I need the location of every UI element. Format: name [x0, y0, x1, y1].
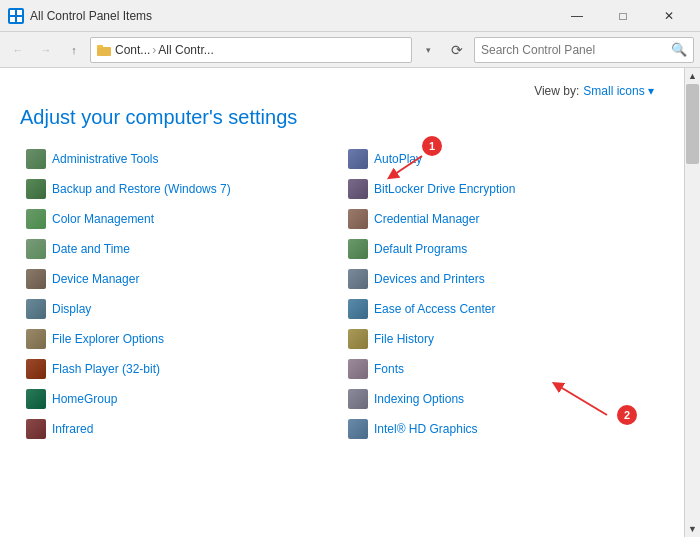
svg-rect-0	[10, 10, 15, 15]
label-administrative-tools: Administrative Tools	[52, 152, 159, 166]
window-title: All Control Panel Items	[30, 9, 554, 23]
icon-device-manager	[26, 269, 46, 289]
icon-credential-manager	[348, 209, 368, 229]
app-icon	[8, 8, 24, 24]
svg-rect-3	[17, 17, 22, 22]
dropdown-arrow-button[interactable]: ▾	[416, 38, 440, 62]
cp-item-color-management[interactable]: Color Management	[20, 205, 342, 233]
up-button[interactable]: ↑	[62, 38, 86, 62]
icon-default-programs	[348, 239, 368, 259]
search-input[interactable]	[481, 43, 671, 57]
label-credential-manager: Credential Manager	[374, 212, 479, 226]
cp-item-homegroup[interactable]: HomeGroup	[20, 385, 342, 413]
folder-icon	[97, 43, 111, 57]
maximize-button[interactable]: □	[600, 0, 646, 32]
path-part-2: All Contr...	[158, 43, 213, 57]
cp-item-date-time[interactable]: Date and Time	[20, 235, 342, 263]
refresh-button[interactable]: ⟳	[444, 37, 470, 63]
label-default-programs: Default Programs	[374, 242, 467, 256]
label-device-manager: Device Manager	[52, 272, 139, 286]
scrollbar[interactable]: ▲ ▼	[684, 68, 700, 537]
cp-item-file-history[interactable]: File History	[342, 325, 664, 353]
label-bitlocker: BitLocker Drive Encryption	[374, 182, 515, 196]
label-homegroup: HomeGroup	[52, 392, 117, 406]
icon-flash-player	[26, 359, 46, 379]
icon-administrative-tools	[26, 149, 46, 169]
icon-infrared	[26, 419, 46, 439]
path-separator-1: ›	[152, 43, 156, 57]
label-file-explorer-options: File Explorer Options	[52, 332, 164, 346]
cp-item-device-manager[interactable]: Device Manager	[20, 265, 342, 293]
label-autoplay: AutoPlay	[374, 152, 422, 166]
view-by-link[interactable]: Small icons ▾	[583, 84, 654, 98]
page-heading: Adjust your computer's settings	[20, 106, 664, 129]
cp-item-autoplay[interactable]: AutoPlay	[342, 145, 664, 173]
cp-item-display[interactable]: Display	[20, 295, 342, 323]
label-intel-hd-graphics: Intel® HD Graphics	[374, 422, 478, 436]
cp-item-infrared[interactable]: Infrared	[20, 415, 342, 443]
label-fonts: Fonts	[374, 362, 404, 376]
scroll-down-arrow[interactable]: ▼	[685, 521, 701, 537]
cp-item-credential-manager[interactable]: Credential Manager	[342, 205, 664, 233]
cp-item-ease-of-access[interactable]: Ease of Access Center	[342, 295, 664, 323]
view-by-dropdown-icon: ▾	[648, 84, 654, 98]
search-box[interactable]: 🔍	[474, 37, 694, 63]
label-color-management: Color Management	[52, 212, 154, 226]
cp-item-flash-player[interactable]: Flash Player (32-bit)	[20, 355, 342, 383]
icon-intel-hd-graphics	[348, 419, 368, 439]
scroll-track[interactable]	[685, 84, 700, 521]
icon-devices-printers	[348, 269, 368, 289]
label-display: Display	[52, 302, 91, 316]
view-by-label: View by:	[534, 84, 579, 98]
icon-display	[26, 299, 46, 319]
svg-rect-5	[97, 45, 103, 48]
cp-item-administrative-tools[interactable]: Administrative Tools	[20, 145, 342, 173]
search-icon[interactable]: 🔍	[671, 42, 687, 57]
view-by-current: Small icons	[583, 84, 644, 98]
back-button[interactable]: ←	[6, 38, 30, 62]
svg-rect-1	[17, 10, 22, 15]
main-content: View by: Small icons ▾ Adjust your compu…	[0, 68, 700, 537]
svg-rect-4	[97, 47, 111, 56]
view-by-row: View by: Small icons ▾	[20, 84, 664, 98]
icon-color-management	[26, 209, 46, 229]
cp-item-indexing-options[interactable]: Indexing Options	[342, 385, 664, 413]
icon-backup-restore	[26, 179, 46, 199]
forward-button[interactable]: →	[34, 38, 58, 62]
items-grid: Administrative Tools AutoPlay Backup and…	[20, 145, 664, 443]
label-ease-of-access: Ease of Access Center	[374, 302, 495, 316]
icon-autoplay	[348, 149, 368, 169]
icon-bitlocker	[348, 179, 368, 199]
cp-item-fonts[interactable]: Fonts	[342, 355, 664, 383]
scroll-thumb[interactable]	[686, 84, 699, 164]
cp-item-intel-hd-graphics[interactable]: Intel® HD Graphics	[342, 415, 664, 443]
icon-file-history	[348, 329, 368, 349]
icon-date-time	[26, 239, 46, 259]
icon-fonts	[348, 359, 368, 379]
cp-item-backup-restore[interactable]: Backup and Restore (Windows 7)	[20, 175, 342, 203]
content-area: View by: Small icons ▾ Adjust your compu…	[0, 68, 684, 537]
label-backup-restore: Backup and Restore (Windows 7)	[52, 182, 231, 196]
scroll-up-arrow[interactable]: ▲	[685, 68, 701, 84]
label-flash-player: Flash Player (32-bit)	[52, 362, 160, 376]
label-file-history: File History	[374, 332, 434, 346]
cp-item-default-programs[interactable]: Default Programs	[342, 235, 664, 263]
title-bar: All Control Panel Items — □ ✕	[0, 0, 700, 32]
icon-homegroup	[26, 389, 46, 409]
label-devices-printers: Devices and Printers	[374, 272, 485, 286]
path-part-1: Cont...	[115, 43, 150, 57]
svg-rect-2	[10, 17, 15, 22]
label-infrared: Infrared	[52, 422, 93, 436]
address-bar: ← → ↑ Cont... › All Contr... ▾ ⟳ 🔍	[0, 32, 700, 68]
window-controls: — □ ✕	[554, 0, 692, 32]
label-date-time: Date and Time	[52, 242, 130, 256]
icon-file-explorer-options	[26, 329, 46, 349]
cp-item-file-explorer-options[interactable]: File Explorer Options	[20, 325, 342, 353]
icon-ease-of-access	[348, 299, 368, 319]
cp-item-devices-printers[interactable]: Devices and Printers	[342, 265, 664, 293]
close-button[interactable]: ✕	[646, 0, 692, 32]
cp-item-bitlocker[interactable]: BitLocker Drive Encryption	[342, 175, 664, 203]
address-path[interactable]: Cont... › All Contr...	[90, 37, 412, 63]
minimize-button[interactable]: —	[554, 0, 600, 32]
label-indexing-options: Indexing Options	[374, 392, 464, 406]
